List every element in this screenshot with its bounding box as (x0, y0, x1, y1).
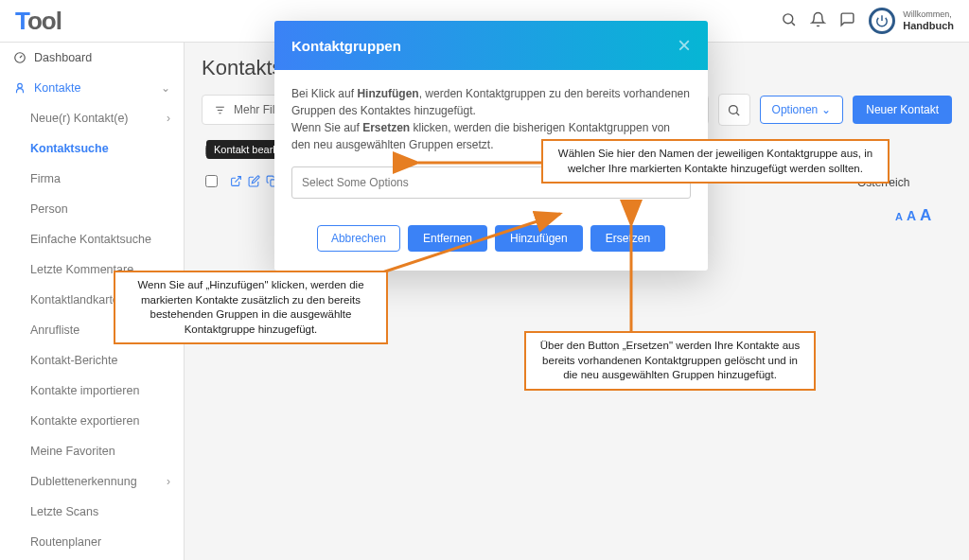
logo: Tool (15, 7, 62, 36)
arrow-icon (625, 214, 638, 337)
svg-line-1 (792, 22, 795, 25)
filter-icon (214, 104, 226, 116)
callout-add: Wenn Sie auf „Hinzufügen" klicken, werde… (114, 271, 388, 344)
modal-header: Kontaktgruppen × (274, 21, 708, 70)
svg-point-4 (18, 83, 23, 88)
fontsize-large[interactable]: A (920, 206, 931, 225)
user-welcome[interactable]: Willkommen, Handbuch (869, 8, 954, 34)
open-icon[interactable] (230, 174, 242, 191)
sidebar-item-routenplaner[interactable]: Routenplaner (0, 527, 184, 557)
sidebar-item-firma[interactable]: Firma (0, 164, 184, 194)
power-icon (869, 8, 895, 34)
username: Handbuch (903, 20, 954, 31)
callout-select: Wählen Sie hier den Namen der jeweiligen… (541, 139, 890, 184)
bell-icon[interactable] (810, 11, 826, 31)
svg-line-15 (382, 214, 560, 272)
sidebar-item-einfache[interactable]: Einfache Kontaktsuche (0, 224, 184, 254)
edit-icon[interactable] (248, 174, 260, 191)
svg-line-9 (736, 113, 739, 115)
svg-point-0 (784, 13, 793, 23)
header-actions: Willkommen, Handbuch (781, 8, 954, 34)
sidebar-item-neuer-kontakt[interactable]: Neue(r) Kontakt(e)› (0, 103, 184, 133)
fontsize-small[interactable]: A (895, 211, 903, 222)
dashboard-icon (13, 51, 26, 64)
chevron-right-icon: › (167, 475, 170, 488)
new-contact-button[interactable]: Neuer Kontakt (853, 96, 952, 124)
chevron-down-icon: ⌄ (821, 103, 831, 116)
row-checkbox[interactable] (205, 175, 218, 187)
search-icon[interactable] (781, 11, 797, 31)
sidebar-item-export[interactable]: Kontakte exportieren (0, 406, 184, 436)
svg-line-10 (235, 177, 240, 183)
fontsize-medium[interactable]: A (907, 208, 916, 223)
sidebar-item-berichte[interactable]: Kontakt-Berichte (0, 345, 184, 376)
user-icon (13, 81, 26, 95)
arrow-icon (382, 210, 572, 280)
sidebar-item-scans[interactable]: Letzte Scans (0, 497, 184, 527)
sidebar-item-person[interactable]: Person (0, 194, 184, 224)
chevron-down-icon: ⌄ (161, 81, 170, 95)
chevron-right-icon: › (167, 112, 170, 125)
sidebar-item-dubletten[interactable]: Dublettenerkennung› (0, 466, 184, 497)
sidebar-item-kontaktsuche[interactable]: Kontaktsuche (0, 133, 184, 164)
sidebar-dashboard[interactable]: Dashboard (0, 43, 184, 73)
sidebar-item-import[interactable]: Kontakte importieren (0, 376, 184, 406)
chat-icon[interactable] (839, 11, 855, 31)
svg-point-8 (730, 105, 738, 114)
sidebar-item-favoriten[interactable]: Meine Favoriten (0, 436, 184, 466)
welcome-label: Willkommen, (903, 10, 954, 20)
modal-title: Kontaktgruppen (291, 38, 401, 54)
options-button[interactable]: Optionen⌄ (760, 96, 844, 124)
arrow-icon (407, 156, 549, 173)
callout-replace: Über den Button „Ersetzen" werden Ihre K… (524, 331, 816, 391)
search-button[interactable] (718, 94, 750, 126)
close-icon[interactable]: × (678, 34, 691, 57)
sidebar-kontakte[interactable]: Kontakte ⌄ (0, 73, 184, 103)
